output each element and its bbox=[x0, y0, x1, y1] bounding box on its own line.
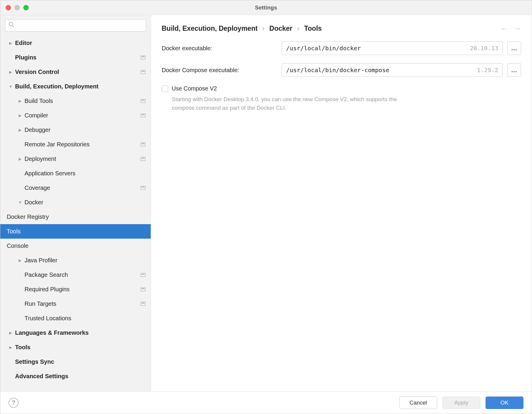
tree-item-editor[interactable]: ▶ Editor bbox=[0, 36, 151, 50]
tree-item-package-search[interactable]: Package Search bbox=[0, 268, 151, 282]
docker-executable-value: /usr/local/bin/docker bbox=[286, 45, 361, 52]
project-scope-icon bbox=[141, 143, 145, 146]
tree-item-languages-frameworks[interactable]: ▶ Languages & Frameworks bbox=[0, 326, 151, 340]
tree-item-java-profiler[interactable]: ▶ Java Profiler bbox=[0, 253, 151, 268]
project-scope-icon bbox=[141, 302, 145, 306]
close-icon[interactable] bbox=[6, 5, 11, 10]
chevron-right-icon: ▶ bbox=[9, 70, 13, 74]
project-scope-icon bbox=[141, 157, 145, 161]
tree-item-advanced-settings[interactable]: Advanced Settings bbox=[0, 369, 151, 384]
tree-item-application-servers[interactable]: Application Servers bbox=[0, 166, 151, 181]
tree-item-build-tools[interactable]: ▶ Build Tools bbox=[0, 94, 151, 108]
settings-tree: ▶ Editor Plugins ▶ Version Control ▼ Bui… bbox=[0, 36, 151, 391]
chevron-right-icon: › bbox=[262, 25, 265, 33]
docker-executable-version: 20.10.13 bbox=[470, 45, 498, 52]
tree-item-debugger[interactable]: ▶ Debugger bbox=[0, 123, 151, 137]
tree-item-plugins[interactable]: Plugins bbox=[0, 50, 151, 65]
ok-button[interactable]: OK bbox=[486, 397, 523, 409]
minimize-icon bbox=[14, 5, 20, 10]
chevron-right-icon: ▶ bbox=[9, 331, 13, 335]
tree-item-tools[interactable]: ▶ Tools bbox=[0, 340, 151, 355]
svg-line-1 bbox=[12, 26, 14, 27]
tree-item-docker-registry[interactable]: Docker Registry bbox=[0, 210, 151, 224]
breadcrumb-item[interactable]: Build, Execution, Deployment bbox=[162, 25, 258, 33]
cancel-button[interactable]: Cancel bbox=[399, 397, 437, 409]
breadcrumb-item[interactable]: Docker bbox=[269, 25, 292, 33]
window-controls bbox=[0, 5, 29, 10]
chevron-right-icon: ▶ bbox=[18, 113, 22, 118]
docker-compose-executable-value: /usr/local/bin/docker-compose bbox=[286, 67, 389, 74]
project-scope-icon bbox=[141, 99, 145, 103]
breadcrumb-item-current: Tools bbox=[304, 25, 322, 33]
docker-compose-executable-label: Docker Compose executable: bbox=[162, 67, 277, 74]
docker-compose-executable-version: 1.29.2 bbox=[477, 67, 498, 74]
search-icon bbox=[9, 22, 14, 29]
tree-item-docker[interactable]: ▼ Docker bbox=[0, 195, 151, 210]
chevron-right-icon: ▶ bbox=[9, 345, 13, 350]
chevron-right-icon: ▶ bbox=[18, 157, 22, 161]
dialog-footer: ? Cancel Apply OK bbox=[0, 391, 532, 414]
docker-compose-executable-input[interactable]: /usr/local/bin/docker-compose 1.29.2 bbox=[282, 63, 503, 77]
settings-window: Settings ▶ Editor bbox=[0, 0, 532, 414]
tree-item-deployment[interactable]: ▶ Deployment bbox=[0, 152, 151, 166]
project-scope-icon bbox=[141, 56, 145, 59]
chevron-right-icon: ▶ bbox=[18, 99, 22, 103]
project-scope-icon bbox=[141, 186, 145, 190]
tree-item-docker-tools[interactable]: Tools bbox=[0, 224, 151, 239]
apply-button: Apply bbox=[442, 397, 480, 409]
chevron-right-icon: ▶ bbox=[9, 41, 13, 45]
svg-point-0 bbox=[9, 22, 13, 26]
project-scope-icon bbox=[141, 287, 145, 291]
sidebar: ▶ Editor Plugins ▶ Version Control ▼ Bui… bbox=[0, 15, 151, 391]
breadcrumb: Build, Execution, Deployment › Docker › … bbox=[162, 25, 322, 33]
use-compose-v2-checkbox[interactable] bbox=[162, 85, 168, 92]
chevron-right-icon: ▶ bbox=[18, 128, 22, 132]
compose-v2-hint: Starting with Docker Desktop 3.4.0, you … bbox=[162, 95, 407, 112]
chevron-right-icon: › bbox=[297, 25, 299, 33]
titlebar: Settings bbox=[0, 0, 532, 15]
project-scope-icon bbox=[141, 273, 145, 277]
docker-executable-input[interactable]: /usr/local/bin/docker 20.10.13 bbox=[282, 41, 503, 55]
tree-item-docker-console[interactable]: Console bbox=[0, 239, 151, 253]
tree-item-required-plugins[interactable]: Required Plugins bbox=[0, 282, 151, 297]
chevron-right-icon: ▶ bbox=[18, 258, 22, 263]
project-scope-icon bbox=[141, 114, 145, 117]
tree-item-build-execution-deployment[interactable]: ▼ Build, Execution, Deployment bbox=[0, 79, 151, 94]
chevron-down-icon: ▼ bbox=[9, 84, 13, 89]
chevron-down-icon: ▼ bbox=[18, 200, 22, 205]
main-panel: Build, Execution, Deployment › Docker › … bbox=[151, 15, 532, 391]
docker-executable-label: Docker executable: bbox=[162, 45, 277, 52]
back-icon[interactable]: ← bbox=[500, 24, 508, 33]
browse-docker-executable-button[interactable]: ... bbox=[507, 41, 521, 55]
browse-docker-compose-executable-button[interactable]: ... bbox=[507, 63, 521, 77]
tree-item-run-targets[interactable]: Run Targets bbox=[0, 297, 151, 311]
help-button[interactable]: ? bbox=[9, 398, 19, 408]
forward-icon[interactable]: → bbox=[513, 24, 521, 33]
tree-item-remote-jar-repositories[interactable]: Remote Jar Repositories bbox=[0, 137, 151, 152]
tree-item-coverage[interactable]: Coverage bbox=[0, 181, 151, 195]
zoom-icon[interactable] bbox=[23, 5, 29, 10]
use-compose-v2-label[interactable]: Use Compose V2 bbox=[172, 85, 217, 92]
tree-item-version-control[interactable]: ▶ Version Control bbox=[0, 65, 151, 79]
tree-item-trusted-locations[interactable]: Trusted Locations bbox=[0, 311, 151, 326]
tree-item-settings-sync[interactable]: Settings Sync bbox=[0, 355, 151, 369]
project-scope-icon bbox=[141, 70, 145, 74]
search-input[interactable] bbox=[5, 19, 146, 32]
tree-item-compiler[interactable]: ▶ Compiler bbox=[0, 108, 151, 123]
window-title: Settings bbox=[0, 4, 532, 11]
